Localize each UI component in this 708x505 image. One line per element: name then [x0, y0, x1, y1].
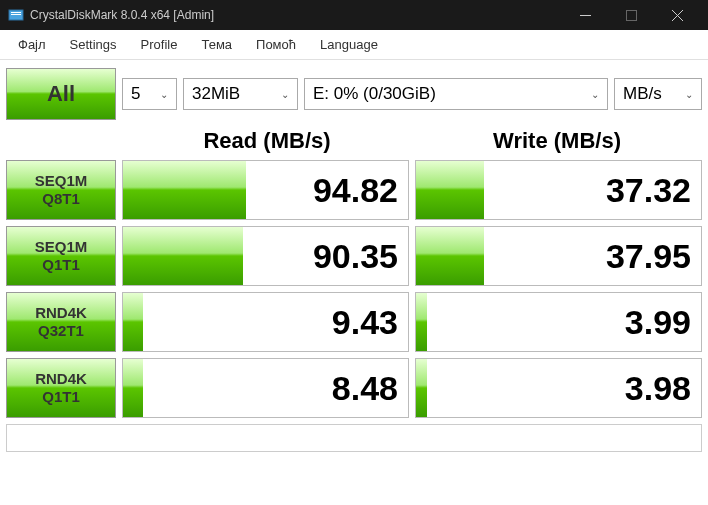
row-label-line1: SEQ1M	[35, 172, 88, 190]
test-button-seq1m-q1t1[interactable]: SEQ1M Q1T1	[6, 226, 116, 286]
write-cell: 37.32	[415, 160, 702, 220]
runs-value: 5	[131, 84, 140, 104]
read-cell: 94.82	[122, 160, 409, 220]
all-button[interactable]: All	[6, 68, 116, 120]
row-label-line2: Q8T1	[42, 190, 80, 208]
close-button[interactable]	[654, 0, 700, 30]
write-cell: 37.95	[415, 226, 702, 286]
menu-settings[interactable]: Settings	[58, 33, 129, 56]
test-button-seq1m-q8t1[interactable]: SEQ1M Q8T1	[6, 160, 116, 220]
write-bar	[416, 161, 484, 219]
read-bar	[123, 359, 143, 417]
benchmark-row: SEQ1M Q8T1 94.82 37.32	[6, 160, 702, 220]
read-value: 94.82	[313, 171, 408, 210]
test-button-rnd4k-q1t1[interactable]: RND4K Q1T1	[6, 358, 116, 418]
write-value: 37.95	[606, 237, 701, 276]
unit-select[interactable]: MB/s ⌄	[614, 78, 702, 110]
write-cell: 3.99	[415, 292, 702, 352]
column-headers: Read (MB/s) Write (MB/s)	[0, 126, 708, 160]
write-value: 37.32	[606, 171, 701, 210]
write-bar	[416, 359, 427, 417]
write-value: 3.99	[625, 303, 701, 342]
read-bar	[123, 293, 143, 351]
write-header: Write (MB/s)	[412, 128, 702, 154]
menu-help[interactable]: Помоћ	[244, 33, 308, 56]
benchmark-row: SEQ1M Q1T1 90.35 37.95	[6, 226, 702, 286]
window-title: CrystalDiskMark 8.0.4 x64 [Admin]	[30, 8, 562, 22]
row-label-line2: Q32T1	[38, 322, 84, 340]
drive-value: E: 0% (0/30GiB)	[313, 84, 436, 104]
read-cell: 9.43	[122, 292, 409, 352]
maximize-button[interactable]	[608, 0, 654, 30]
read-cell: 90.35	[122, 226, 409, 286]
read-value: 90.35	[313, 237, 408, 276]
row-label-line1: SEQ1M	[35, 238, 88, 256]
size-select[interactable]: 32MiB ⌄	[183, 78, 298, 110]
chevron-down-icon: ⌄	[685, 89, 693, 100]
runs-select[interactable]: 5 ⌄	[122, 78, 177, 110]
write-bar	[416, 293, 427, 351]
chevron-down-icon: ⌄	[160, 89, 168, 100]
write-bar	[416, 227, 484, 285]
status-bar	[6, 424, 702, 452]
read-value: 8.48	[332, 369, 408, 408]
row-label-line2: Q1T1	[42, 388, 80, 406]
read-header: Read (MB/s)	[122, 128, 412, 154]
write-value: 3.98	[625, 369, 701, 408]
menu-file[interactable]: Фајл	[6, 33, 58, 56]
menu-profile[interactable]: Profile	[129, 33, 190, 56]
row-label-line2: Q1T1	[42, 256, 80, 274]
read-bar	[123, 161, 246, 219]
menu-language[interactable]: Language	[308, 33, 390, 56]
svg-rect-2	[11, 14, 21, 15]
read-value: 9.43	[332, 303, 408, 342]
svg-rect-4	[626, 10, 636, 20]
read-cell: 8.48	[122, 358, 409, 418]
titlebar: CrystalDiskMark 8.0.4 x64 [Admin]	[0, 0, 708, 30]
row-label-line1: RND4K	[35, 304, 87, 322]
unit-value: MB/s	[623, 84, 662, 104]
benchmark-rows: SEQ1M Q8T1 94.82 37.32 SEQ1M Q1T1 90.35 …	[0, 160, 708, 418]
menu-theme[interactable]: Тема	[189, 33, 244, 56]
drive-select[interactable]: E: 0% (0/30GiB) ⌄	[304, 78, 608, 110]
write-cell: 3.98	[415, 358, 702, 418]
window-controls	[562, 0, 700, 30]
row-label-line1: RND4K	[35, 370, 87, 388]
size-value: 32MiB	[192, 84, 240, 104]
benchmark-row: RND4K Q32T1 9.43 3.99	[6, 292, 702, 352]
read-bar	[123, 227, 243, 285]
toolbar: All 5 ⌄ 32MiB ⌄ E: 0% (0/30GiB) ⌄ MB/s ⌄	[0, 60, 708, 126]
minimize-button[interactable]	[562, 0, 608, 30]
benchmark-row: RND4K Q1T1 8.48 3.98	[6, 358, 702, 418]
app-icon	[8, 7, 24, 23]
chevron-down-icon: ⌄	[281, 89, 289, 100]
menubar: Фајл Settings Profile Тема Помоћ Languag…	[0, 30, 708, 60]
chevron-down-icon: ⌄	[591, 89, 599, 100]
svg-rect-1	[11, 12, 21, 13]
test-button-rnd4k-q32t1[interactable]: RND4K Q32T1	[6, 292, 116, 352]
